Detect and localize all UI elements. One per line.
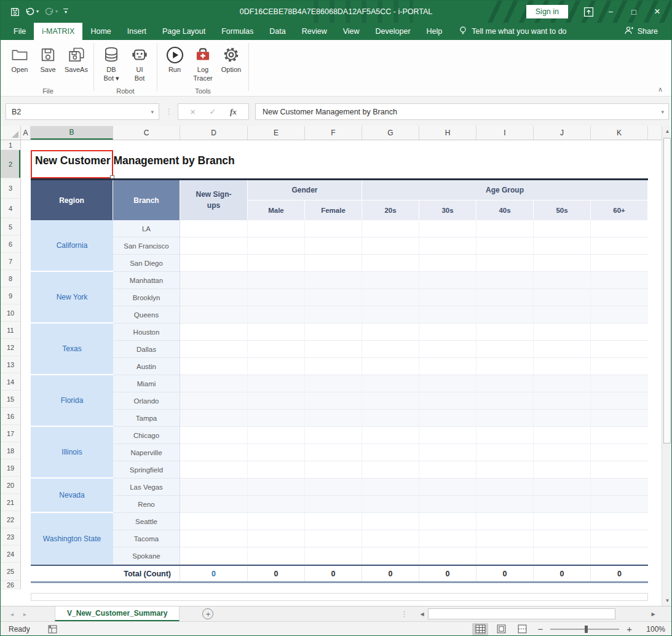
data-cell[interactable] (419, 289, 476, 306)
page-layout-view-icon[interactable] (493, 623, 509, 635)
data-cell[interactable] (534, 375, 591, 392)
total-value-cell[interactable]: 0 (534, 566, 591, 581)
data-cell[interactable] (362, 444, 419, 461)
data-cell[interactable] (180, 444, 248, 461)
data-cell[interactable] (534, 513, 591, 530)
data-cell[interactable] (419, 306, 476, 324)
data-cell[interactable] (534, 272, 591, 289)
data-cell[interactable] (180, 358, 248, 375)
formula-input[interactable]: New Customer Management by Branch ▾ (255, 103, 669, 120)
row-header-19[interactable]: 19 (1, 459, 20, 477)
row-header-14[interactable]: 14 (1, 373, 20, 391)
data-cell[interactable] (476, 461, 534, 479)
data-cell[interactable] (305, 220, 362, 237)
data-cell[interactable] (419, 272, 476, 289)
data-cell[interactable] (591, 444, 648, 461)
data-cell[interactable] (248, 237, 305, 255)
data-cell[interactable] (305, 289, 362, 306)
row-header-11[interactable]: 11 (1, 322, 20, 339)
data-cell[interactable] (591, 237, 648, 255)
branch-cell[interactable]: Spokane (113, 547, 180, 565)
data-cell[interactable] (305, 410, 362, 427)
data-cell[interactable] (362, 479, 419, 496)
region-cell[interactable]: Texas (31, 324, 113, 375)
sub-header-40s[interactable]: 40s (476, 201, 534, 220)
data-cell[interactable] (248, 410, 305, 427)
zoom-in-icon[interactable]: + (624, 624, 634, 634)
data-cell[interactable] (180, 547, 248, 565)
data-cell[interactable] (362, 461, 419, 479)
row-header-1[interactable]: 1 (1, 140, 20, 150)
data-cell[interactable] (591, 341, 648, 358)
tell-me-box[interactable]: Tell me what you want to do (459, 23, 566, 40)
data-cell[interactable] (476, 530, 534, 547)
data-cell[interactable] (305, 496, 362, 513)
data-cell[interactable] (534, 547, 591, 565)
data-cell[interactable] (591, 392, 648, 410)
row-header-10[interactable]: 10 (1, 304, 20, 322)
data-cell[interactable] (362, 410, 419, 427)
scroll-down-icon[interactable]: ▼ (662, 595, 672, 606)
data-cell[interactable] (591, 479, 648, 496)
branch-cell[interactable]: Springfield (113, 461, 180, 479)
total-value-cell[interactable]: 0 (419, 566, 476, 581)
row-header-4[interactable]: 4 (1, 199, 20, 218)
data-cell[interactable] (476, 427, 534, 444)
column-header-E[interactable]: E (248, 126, 305, 140)
data-cell[interactable] (476, 220, 534, 237)
prev-sheet-icon[interactable]: ◂ (10, 611, 14, 618)
data-cell[interactable] (534, 444, 591, 461)
data-cell[interactable] (591, 306, 648, 324)
sub-header-50s[interactable]: 50s (534, 201, 591, 220)
data-cell[interactable] (305, 255, 362, 272)
column-header-F[interactable]: F (305, 126, 362, 140)
data-cell[interactable] (305, 547, 362, 565)
data-cell[interactable] (180, 289, 248, 306)
data-cell[interactable] (180, 496, 248, 513)
ribbon-button-log-tracer[interactable]: LogTracer (189, 43, 217, 83)
sub-header-male[interactable]: Male (248, 201, 305, 220)
data-cell[interactable] (476, 496, 534, 513)
data-cell[interactable] (591, 358, 648, 375)
gender-header-cell[interactable]: Gender (248, 180, 362, 201)
data-cell[interactable] (534, 237, 591, 255)
branch-cell[interactable]: Chicago (113, 427, 180, 444)
data-cell[interactable] (591, 547, 648, 565)
cancel-icon[interactable]: × (190, 106, 196, 117)
data-cell[interactable] (362, 341, 419, 358)
data-cell[interactable] (180, 306, 248, 324)
data-cell[interactable] (305, 237, 362, 255)
data-cell[interactable] (305, 513, 362, 530)
data-cell[interactable] (476, 410, 534, 427)
ribbon-tab-i-matrix[interactable]: i-MATRIX (34, 23, 82, 40)
ribbon-tab-home[interactable]: Home (82, 23, 119, 40)
data-cell[interactable] (180, 530, 248, 547)
row-header-15[interactable]: 15 (1, 391, 20, 408)
row-header-2[interactable]: 2 (1, 150, 20, 178)
region-cell[interactable]: Nevada (31, 479, 113, 513)
region-cell[interactable]: Washington State (31, 513, 113, 565)
data-cell[interactable] (591, 272, 648, 289)
row-header-12[interactable]: 12 (1, 339, 20, 356)
column-header-A[interactable]: A (21, 126, 31, 140)
data-cell[interactable] (180, 324, 248, 341)
row-header-8[interactable]: 8 (1, 270, 20, 287)
data-cell[interactable] (534, 427, 591, 444)
total-value-cell[interactable]: 0 (591, 566, 648, 581)
branch-cell[interactable]: Tacoma (113, 530, 180, 547)
data-cell[interactable] (362, 392, 419, 410)
data-cell[interactable] (419, 324, 476, 341)
zoom-slider[interactable] (550, 629, 619, 630)
data-cell[interactable] (180, 392, 248, 410)
region-cell[interactable]: Illinois (31, 427, 113, 479)
row-header-6[interactable]: 6 (1, 236, 20, 253)
branch-cell[interactable]: Orlando (113, 392, 180, 410)
ribbon-display-options-icon[interactable] (578, 1, 599, 23)
minimize-button[interactable]: − (599, 1, 622, 23)
data-cell[interactable] (180, 255, 248, 272)
data-cell[interactable] (591, 220, 648, 237)
branch-cell[interactable]: Naperville (113, 444, 180, 461)
data-cell[interactable] (362, 220, 419, 237)
sub-header-20s[interactable]: 20s (362, 201, 419, 220)
row-header-17[interactable]: 17 (1, 425, 20, 442)
